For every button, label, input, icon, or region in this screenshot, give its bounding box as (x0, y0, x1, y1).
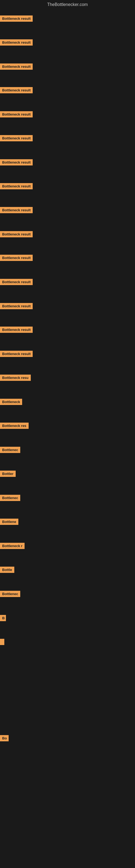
bottleneck-item-3: Bottleneck result (0, 63, 33, 71)
bottleneck-item-7: Bottleneck result (0, 159, 33, 166)
bottleneck-item-22: Bottlene (0, 519, 18, 526)
bottleneck-label-14: Bottleneck result (0, 327, 33, 333)
bottleneck-item-5: Bottleneck result (0, 111, 33, 119)
bottleneck-label-5: Bottleneck result (0, 111, 33, 118)
bottleneck-item-8: Bottleneck result (0, 183, 33, 190)
bottleneck-item-18: Bottleneck res (0, 423, 29, 430)
bottleneck-item-20: Bottler (0, 471, 16, 478)
bottleneck-label-27 (0, 639, 4, 645)
bottleneck-label-22: Bottlene (0, 519, 18, 525)
bottleneck-item-24: Bottle (0, 567, 14, 574)
bottleneck-item-31: Bo (0, 735, 9, 742)
bottleneck-label-1: Bottleneck result (0, 16, 33, 22)
bottleneck-label-26: B (0, 615, 6, 621)
bottleneck-item-19: Bottlenec (0, 447, 20, 454)
bottleneck-item-12: Bottleneck result (0, 279, 33, 286)
bottleneck-label-18: Bottleneck res (0, 423, 29, 429)
bottleneck-item-9: Bottleneck result (0, 207, 33, 214)
bottleneck-label-16: Bottleneck resu (0, 375, 31, 381)
bottleneck-item-1: Bottleneck result (0, 16, 33, 23)
bottleneck-label-25: Bottlenec (0, 591, 20, 597)
bottleneck-label-4: Bottleneck result (0, 87, 33, 93)
bottleneck-label-19: Bottlenec (0, 447, 20, 453)
bottleneck-item-27 (0, 639, 4, 646)
bottleneck-item-26: B (0, 615, 6, 622)
bottleneck-label-20: Bottler (0, 471, 16, 477)
bottleneck-label-13: Bottleneck result (0, 303, 33, 309)
bottleneck-item-25: Bottlenec (0, 591, 20, 598)
bottleneck-label-10: Bottleneck result (0, 231, 33, 237)
bottleneck-label-11: Bottleneck result (0, 255, 33, 261)
bottleneck-label-15: Bottleneck result (0, 351, 33, 357)
bottleneck-item-10: Bottleneck result (0, 231, 33, 239)
bottleneck-label-17: Bottleneck (0, 399, 22, 405)
bottleneck-item-11: Bottleneck result (0, 255, 33, 262)
bottleneck-item-2: Bottleneck result (0, 39, 33, 46)
bottleneck-item-6: Bottleneck result (0, 135, 33, 143)
bottleneck-item-4: Bottleneck result (0, 87, 33, 94)
site-title: TheBottlenecker.com (0, 0, 135, 8)
bottleneck-label-6: Bottleneck result (0, 135, 33, 141)
bottleneck-label-23: Bottleneck r (0, 543, 25, 549)
bottleneck-item-17: Bottleneck (0, 399, 22, 406)
bottleneck-item-14: Bottleneck result (0, 327, 33, 334)
bottleneck-item-21: Bottlenec (0, 495, 20, 502)
bottleneck-label-3: Bottleneck result (0, 63, 33, 70)
bottleneck-item-15: Bottleneck result (0, 351, 33, 358)
bottleneck-label-24: Bottle (0, 567, 14, 573)
bottleneck-item-13: Bottleneck result (0, 303, 33, 310)
bottleneck-label-9: Bottleneck result (0, 207, 33, 213)
bottleneck-item-23: Bottleneck r (0, 543, 25, 550)
bottleneck-label-31: Bo (0, 735, 9, 741)
bottleneck-label-7: Bottleneck result (0, 159, 33, 165)
bottleneck-label-8: Bottleneck result (0, 183, 33, 189)
bottleneck-label-12: Bottleneck result (0, 279, 33, 285)
bottleneck-label-2: Bottleneck result (0, 39, 33, 45)
bottleneck-item-16: Bottleneck resu (0, 375, 31, 382)
bottleneck-label-21: Bottlenec (0, 495, 20, 501)
